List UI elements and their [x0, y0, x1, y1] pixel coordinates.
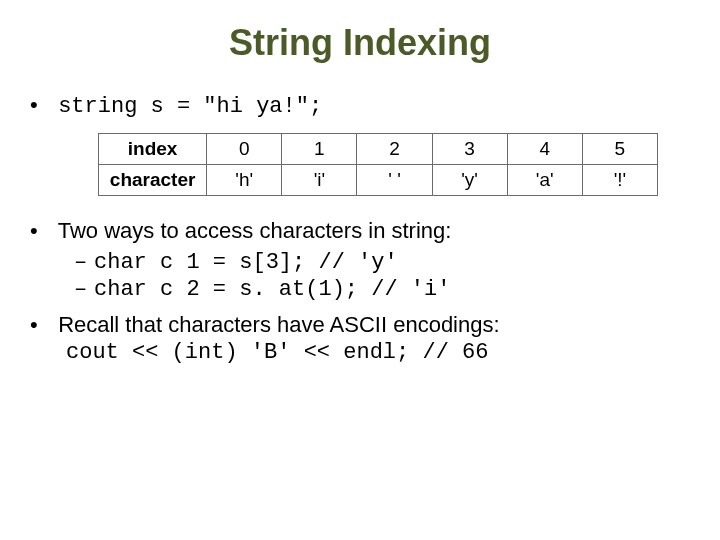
sub-at: char c 2 = s. at(1); // 'i' — [74, 277, 692, 302]
col-1: 1 — [282, 134, 357, 165]
bullet-list: string s = "hi ya!"; — [28, 92, 692, 119]
col-5: 5 — [582, 134, 657, 165]
char-4: 'a' — [507, 165, 582, 196]
row-label-char: character — [99, 165, 207, 196]
page-title: String Indexing — [28, 22, 692, 64]
char-1: 'i' — [282, 165, 357, 196]
char-0: 'h' — [207, 165, 282, 196]
col-2: 2 — [357, 134, 432, 165]
table-row: character 'h' 'i' ' ' 'y' 'a' '!' — [99, 165, 658, 196]
col-4: 4 — [507, 134, 582, 165]
code-cout: cout << (int) 'B' << endl; // 66 — [66, 340, 692, 365]
col-0: 0 — [207, 134, 282, 165]
sub-list: char c 1 = s[3]; // 'y' char c 2 = s. at… — [34, 250, 692, 302]
index-table: index 0 1 2 3 4 5 character 'h' 'i' ' ' … — [98, 133, 658, 196]
char-2: ' ' — [357, 165, 432, 196]
col-3: 3 — [432, 134, 507, 165]
bullet-access: Two ways to access characters in string:… — [34, 218, 692, 302]
bullet-ascii-text: Recall that characters have ASCII encodi… — [58, 312, 499, 337]
char-3: 'y' — [432, 165, 507, 196]
bullet-list-2: Two ways to access characters in string:… — [28, 218, 692, 365]
bullet-ascii: Recall that characters have ASCII encodi… — [34, 312, 692, 365]
bullet-string-decl: string s = "hi ya!"; — [34, 92, 692, 119]
sub-bracket: char c 1 = s[3]; // 'y' — [74, 250, 692, 275]
code-at: char c 2 = s. at(1); // 'i' — [94, 277, 450, 302]
table-row: index 0 1 2 3 4 5 — [99, 134, 658, 165]
code-bracket: char c 1 = s[3]; // 'y' — [94, 250, 398, 275]
char-5: '!' — [582, 165, 657, 196]
row-label-index: index — [99, 134, 207, 165]
bullet-access-text: Two ways to access characters in string: — [58, 218, 452, 243]
code-decl: string s = "hi ya!"; — [58, 94, 322, 119]
